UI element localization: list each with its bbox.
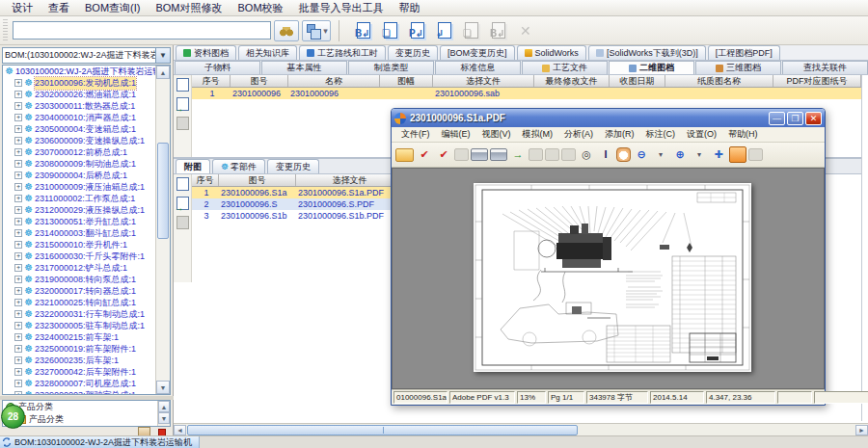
pdf-menu-item[interactable]: 视图(V) [476,128,517,141]
expand-toggle-icon[interactable]: + [14,91,22,98]
menu-item[interactable]: 帮助 [392,0,428,16]
expand-toggle-icon[interactable]: + [14,368,22,376]
tree-item[interactable]: + ☸ 2319000008:转向泵总成:1 [3,274,155,285]
pdf-menu-item[interactable]: 文件(F) [395,128,436,141]
tab-file-history[interactable]: 变更历史 [267,159,319,173]
tab-solidworks-download-3d[interactable]: [SolidWorks下载到(3D)] [588,45,706,60]
category-folder-item[interactable]: 产品分类 [3,413,170,426]
tree-item[interactable]: + ☸ 2317000012:铲斗总成:1 [3,262,155,274]
expand-toggle-icon[interactable]: + [14,102,22,110]
page-layout3-icon-disabled[interactable] [561,148,576,161]
restore-button[interactable]: ❐ [787,112,803,125]
tree-item[interactable]: + ☸ 2321000025:转向缸总成:1 [3,297,155,308]
scroll-up-icon[interactable]: ▲ [156,66,170,79]
expand-toggle-icon[interactable]: + [14,79,22,87]
page-layout-icon-disabled[interactable] [529,148,543,161]
zoom-in-dropdown[interactable]: ▾ [691,146,708,163]
component-menu-button[interactable]: ▾ [302,20,331,41]
expand-toggle-icon[interactable]: + [14,241,22,249]
tree-item[interactable]: + ☸ 2302000026:燃油箱总成:1 [3,89,155,100]
tab-process-route[interactable]: 工艺路线和工时 [299,45,386,60]
expand-toggle-icon[interactable]: + [14,137,22,145]
expand-toggle-icon[interactable]: + [14,380,22,387]
expand-toggle-icon[interactable]: + [14,276,22,283]
scroll-right-icon[interactable]: ► [855,425,868,435]
pdf-menu-item[interactable]: 标注(C) [640,128,682,141]
copy-bom-button[interactable] [353,21,374,40]
expand-toggle-icon[interactable]: + [14,264,22,272]
tab-knowledge-base[interactable]: 相关知识库 [238,45,297,60]
tab-process-file[interactable]: 工艺文件 [522,61,608,74]
tab-solidworks[interactable]: SolidWorks [517,45,586,60]
horizontal-scrollbar[interactable]: ◄ ► [174,423,868,435]
tree-item[interactable]: + ☸ 2313000051:举升缸总成:1 [3,216,155,227]
tab-attachments[interactable]: 附图 [176,159,210,173]
scroll-thumb[interactable] [187,425,578,435]
menu-item[interactable]: BOM校验 [231,0,291,16]
tree-item[interactable]: + ☸ 2304000010:消声器总成:1 [3,112,155,123]
notification-badge[interactable]: 28 [1,405,25,429]
tree-item[interactable]: + ☸ 2310000009:液压油箱总成:1 [3,181,155,193]
snapshot-icon[interactable]: ◎ [578,146,595,163]
tree-item[interactable]: + ☸ 2308000009:制动油总成:1 [3,158,155,170]
paste-part-button[interactable] [407,21,428,40]
tab-basic-props[interactable]: 基本属性 [261,61,347,74]
expand-toggle-icon[interactable]: + [14,322,22,329]
tree-item[interactable]: + ☸ 2307000012:前桥总成:1 [3,146,155,158]
category-root-item[interactable]: 产品分类 [3,401,170,413]
tree-scrollbar[interactable]: ▲ ▼ [155,66,170,394]
expand-toggle-icon[interactable]: + [14,299,22,306]
close-button[interactable]: ✕ [805,112,822,125]
menu-item[interactable]: BOM查询(I) [77,0,148,16]
tree-item[interactable]: + ☸ 2306000009:变速操纵总成:1 [3,135,155,146]
tab-sub-material[interactable]: 子物料 [175,61,260,74]
expand-toggle-icon[interactable]: + [14,218,22,225]
tab-drawing-pdf[interactable]: [工程图档PDF] [708,45,780,60]
signature-pen-icon[interactable]: ✔ [416,146,433,163]
new-file-icon[interactable] [176,78,189,92]
tree-item[interactable]: + ☸ 2301000096:发动机总成:1 [3,77,155,89]
table-row[interactable]: 1230100009623010000962301000096.sab [192,88,861,99]
expand-toggle-icon[interactable]: + [14,114,22,121]
print-icon[interactable] [471,148,488,161]
expand-toggle-icon[interactable]: + [14,195,22,202]
page-view-icon[interactable] [729,146,746,163]
pdf-menu-item[interactable]: 编辑(E) [436,128,476,141]
tree-item[interactable]: + ☸ 2315000010:举升机件:1 [3,239,155,250]
pdf-title-bar[interactable]: 2301000096.S1a.PDF — ❐ ✕ [392,109,825,127]
expand-toggle-icon[interactable]: + [14,391,22,394]
paste-button-disabled[interactable] [461,21,482,40]
tree-item[interactable]: + ☸ 2311000002:工作泵总成:1 [3,193,155,204]
tab-doc-archive[interactable]: 资料图档 [176,45,236,60]
tree-item[interactable]: + ☸ 2303000011:散热器总成:1 [3,100,155,112]
expand-toggle-icon[interactable]: + [14,125,22,133]
tab-parts[interactable]: ☸零部件 [212,159,265,173]
org-tree-icon-disabled[interactable] [454,148,469,161]
table-row[interactable]: 12301000096.S1a2301000096.S1a.PDF [192,187,404,198]
text-select-icon[interactable]: I [597,146,614,163]
tab-mfg-type[interactable]: 制造类型 [348,61,434,74]
export-page-icon[interactable]: → [509,146,527,163]
tree-item[interactable]: + ☸ 2305000004:变速箱总成:1 [3,123,155,135]
tree-item[interactable]: + ☸ 2314000003:翻斗缸总成:1 [3,227,155,239]
extra-icon-disabled[interactable] [748,148,763,161]
category-scrollbar[interactable]: ▲ ▼ [157,401,170,426]
pdf-menu-item[interactable]: 帮助(H) [722,128,764,141]
search-button[interactable] [274,20,299,41]
pdf-menu-item[interactable]: 分析(A) [558,128,599,141]
tree-item[interactable]: + ☸ 2324000215:前车架:1 [3,331,155,343]
hand-tool-icon[interactable] [616,147,631,162]
tab-2d-drawings[interactable]: 二维图档 [609,61,694,74]
import-button-disabled[interactable] [488,21,509,40]
delete-button-disabled[interactable] [515,21,536,40]
tree-item[interactable]: + ☸ 2327000042:后车架附件:1 [3,366,155,378]
scroll-thumb[interactable] [157,143,169,239]
expand-toggle-icon[interactable]: + [14,345,22,353]
tree-item[interactable]: ☸ 1030100002:WJ-2A掘进下料装岩运输机 [3,66,155,77]
menu-item[interactable]: 查看 [41,0,77,16]
expand-toggle-icon[interactable]: + [14,287,22,295]
tree-item[interactable]: + ☸ 2312000029:液压操纵总成:1 [3,204,155,216]
new-file-icon[interactable] [176,177,189,191]
tree-item[interactable]: + ☸ 2326000235:后车架:1 [3,355,155,366]
menu-item[interactable]: BOM对照修改 [148,0,230,16]
